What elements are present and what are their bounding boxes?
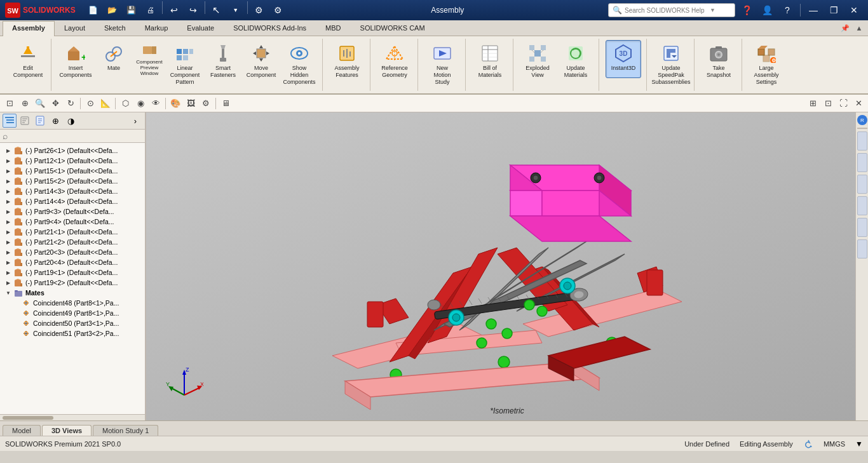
component-preview-btn[interactable]: ComponentPreviewWindow <box>134 40 165 78</box>
pan-btn[interactable]: ✥ <box>48 97 62 111</box>
expand-part20-4[interactable]: ▶ <box>5 259 11 265</box>
tree-item-part14-3[interactable]: ▶ (-) Part14<3> (Default<<Defa... <box>0 186 145 196</box>
tree-item-mates[interactable]: ▼ Mates <box>0 288 145 298</box>
dynamic-annotation-btn[interactable]: 📐 <box>98 97 112 111</box>
resize-pane-btn[interactable]: ⊡ <box>821 97 835 111</box>
update-materials-btn[interactable]: UpdateMaterials <box>558 40 593 82</box>
tree-item-part15-1[interactable]: ▶ (-) Part15<1> (Default<<Defa... <box>0 166 145 176</box>
feature-tree[interactable]: ▶ (-) Part26<1> (Default<<Defa... ▶ (-) … <box>0 143 145 414</box>
large-assembly-btn[interactable]: ⚙ LargeAssemblySettings <box>749 40 784 88</box>
tree-item-part14-4[interactable]: ▶ (-) Part14<4> (Default<<Defa... <box>0 196 145 206</box>
zoom-to-selection-btn[interactable]: ⊕ <box>18 97 32 111</box>
expand-part14-4[interactable]: ▶ <box>5 198 11 205</box>
tab-assembly[interactable]: Assembly <box>3 21 55 36</box>
zoom-in-btn[interactable]: 🔍 <box>33 97 47 111</box>
tab-evaluate[interactable]: Evaluate <box>177 21 224 36</box>
expand-ribbon-btn[interactable]: ▲ <box>853 22 865 34</box>
rotate-btn[interactable]: ↻ <box>64 97 78 111</box>
units-dropdown-btn[interactable]: ▼ <box>855 440 863 448</box>
expand-part14-3[interactable]: ▶ <box>5 188 11 194</box>
redo-btn-title[interactable]: ↪ <box>184 1 202 19</box>
edit-appearance-btn[interactable]: 🎨 <box>168 97 182 111</box>
show-hidden-btn[interactable]: ShowHiddenComponents <box>281 40 317 88</box>
close-btn[interactable]: ✕ <box>845 1 863 19</box>
speedpak-btn[interactable]: UpdateSpeedPakSubassemblies <box>653 40 689 88</box>
exploded-view-btn[interactable]: ExplodedView <box>520 40 555 82</box>
move-component-btn[interactable]: MoveComponent <box>243 40 279 82</box>
tree-item-part15-2[interactable]: ▶ (-) Part15<2> (Default<<Defa... <box>0 176 145 186</box>
search-input[interactable] <box>625 7 707 14</box>
save-btn-title[interactable]: 💾 <box>123 1 140 19</box>
smart-fasteners-btn[interactable]: SmartFasteners <box>205 40 241 82</box>
maximize-view-btn[interactable]: ⛶ <box>836 97 850 111</box>
tree-item-coincident51[interactable]: Coincident51 (Part3<2>,Pa... <box>0 328 145 339</box>
assembly-features-btn[interactable]: AssemblyFeatures <box>329 40 365 82</box>
tree-item-coincident48[interactable]: Coincident48 (Part8<1>,Pa... <box>0 298 145 308</box>
rp-btn4[interactable] <box>857 196 867 215</box>
tree-item-part19-2[interactable]: ▶ (-) Part19<2> (Default<<Defa... <box>0 278 145 288</box>
collapse-tree-btn[interactable]: › <box>128 114 142 128</box>
tree-item-part9-3[interactable]: ▶ (-) Part9<3> (Default<<Defa... <box>0 206 145 217</box>
tree-item-part9-4[interactable]: ▶ (-) Part9<4> (Default<<Defa... <box>0 217 145 227</box>
expand-part21-2[interactable]: ▶ <box>5 239 11 245</box>
expand-part9-4[interactable]: ▶ <box>5 218 11 225</box>
tab-3dviews[interactable]: 3D Views <box>42 425 92 436</box>
viewport[interactable]: Z X Y *Isometric R <box>146 112 868 420</box>
tab-mbd[interactable]: MBD <box>316 21 350 36</box>
undo-btn-title[interactable]: ↩ <box>165 1 183 19</box>
tab-model[interactable]: Model <box>3 425 41 436</box>
property-manager-btn[interactable] <box>18 114 32 128</box>
tree-item-coincident49[interactable]: Coincident49 (Part8<1>,Pa... <box>0 308 145 318</box>
tree-item-part21-1[interactable]: ▶ (-) Part21<1> (Default<<Defa... <box>0 227 145 237</box>
select-dropdown[interactable]: ▼ <box>227 1 245 19</box>
expand-part9-3[interactable]: ▶ <box>5 208 11 215</box>
expand-part19-1[interactable]: ▶ <box>5 269 11 276</box>
new-motion-study-btn[interactable]: New MotionStudy <box>424 40 460 88</box>
tree-item-part19-1[interactable]: ▶ (-) Part19<1> (Default<<Defa... <box>0 267 145 278</box>
instant3d-btn[interactable]: 3D Instant3D <box>606 40 641 78</box>
rp-btn1[interactable] <box>857 131 867 151</box>
options-btn[interactable]: ⚙ <box>269 1 287 19</box>
rebuild-btn[interactable]: ⚙ <box>250 1 268 19</box>
minimize-btn[interactable]: — <box>804 1 822 19</box>
more-help-btn[interactable]: ? <box>778 1 796 19</box>
h-scrollbar-thumb[interactable] <box>3 416 53 420</box>
config-manager-btn[interactable] <box>33 114 47 128</box>
expand-part20-3[interactable]: ▶ <box>5 249 11 255</box>
rp-btn3[interactable] <box>857 175 867 194</box>
tab-addins[interactable]: SOLIDWORKS Add-Ins <box>224 21 316 36</box>
expand-part12[interactable]: ▶ <box>5 158 11 164</box>
split-view-btn[interactable]: ⊞ <box>806 97 820 111</box>
expand-mates[interactable]: ▼ <box>5 290 11 296</box>
apply-scene-btn[interactable]: 🖼 <box>184 97 198 111</box>
h-scrollbar[interactable] <box>0 414 145 420</box>
hide-show-btn[interactable]: 👁 <box>149 97 163 111</box>
tree-item-part21-2[interactable]: ▶ (-) Part21<2> (Default<<Defa... <box>0 237 145 247</box>
expand-part21-1[interactable]: ▶ <box>5 229 11 235</box>
reference-geometry-btn[interactable]: ReferenceGeometry <box>377 40 412 82</box>
mate-btn[interactable]: Mate <box>96 40 132 78</box>
tree-item-part12-1[interactable]: ▶ (-) Part12<1> (Default<<Defa... <box>0 156 145 166</box>
tree-item-part20-3[interactable]: ▶ (-) Part20<3> (Default<<Defa... <box>0 247 145 257</box>
select-btn-title[interactable]: ↖ <box>208 1 226 19</box>
zoom-to-fit-btn[interactable]: ⊡ <box>3 97 17 111</box>
view-orient-btn[interactable]: ⬡ <box>118 97 132 111</box>
tab-cam[interactable]: SOLIDWORKS CAM <box>351 21 435 36</box>
monitor-btn[interactable]: 🖥 <box>219 97 233 111</box>
tree-item-coincident50[interactable]: Coincident50 (Part3<1>,Pa... <box>0 318 145 328</box>
expand-part15-1[interactable]: ▶ <box>5 168 11 174</box>
rp-btn5[interactable] <box>857 218 867 237</box>
print-btn-title[interactable]: 🖨 <box>142 1 159 19</box>
search-bar[interactable]: 🔍 ▼ <box>608 3 735 17</box>
expand-part15-2[interactable]: ▶ <box>5 178 11 184</box>
new-btn-title[interactable]: 📄 <box>85 1 102 19</box>
tab-layout[interactable]: Layout <box>55 21 95 36</box>
tab-motion-study-1[interactable]: Motion Study 1 <box>93 425 158 436</box>
expand-part19-2[interactable]: ▶ <box>5 279 11 286</box>
display-style-btn[interactable]: ◉ <box>133 97 147 111</box>
edit-component-btn[interactable]: EditComponent <box>10 40 46 82</box>
zoom-tree-btn[interactable]: ⊕ <box>48 114 62 128</box>
maximize-btn[interactable]: ❐ <box>825 1 843 19</box>
linear-pattern-btn[interactable]: LinearComponentPattern <box>167 40 203 88</box>
open-btn-title[interactable]: 📂 <box>104 1 121 19</box>
